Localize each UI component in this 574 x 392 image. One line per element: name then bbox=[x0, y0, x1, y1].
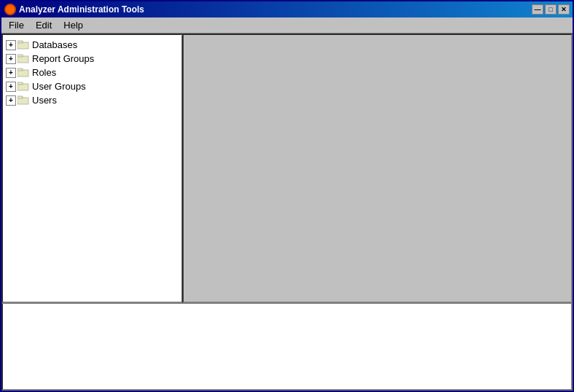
expand-user-groups[interactable]: + bbox=[6, 82, 16, 92]
tree-item-databases[interactable]: + Databases bbox=[3, 38, 181, 52]
minimize-button[interactable]: — bbox=[532, 4, 543, 15]
main-area: + Databases + bbox=[1, 34, 573, 391]
label-report-groups: Report Groups bbox=[32, 53, 94, 64]
top-panels: + Databases + bbox=[1, 34, 573, 303]
right-panel bbox=[182, 34, 573, 303]
svg-rect-6 bbox=[17, 84, 28, 90]
svg-rect-7 bbox=[17, 82, 23, 85]
tree-item-report-groups[interactable]: + Report Groups bbox=[3, 52, 181, 66]
expand-users[interactable]: + bbox=[6, 95, 16, 106]
svg-rect-9 bbox=[17, 96, 23, 98]
tree-item-user-groups[interactable]: + User Groups bbox=[3, 79, 181, 93]
menu-edit[interactable]: Edit bbox=[30, 18, 58, 32]
folder-icon-users bbox=[17, 95, 29, 105]
close-button[interactable]: ✕ bbox=[558, 4, 570, 15]
expand-roles[interactable]: + bbox=[6, 68, 16, 78]
tree-panel: + Databases + bbox=[1, 34, 182, 303]
main-window: Analyzer Administration Tools — □ ✕ File… bbox=[0, 0, 574, 392]
maximize-button[interactable]: □ bbox=[545, 4, 557, 15]
tree-item-users[interactable]: + Users bbox=[3, 93, 181, 107]
svg-rect-8 bbox=[17, 98, 28, 104]
svg-rect-5 bbox=[17, 68, 23, 71]
tree-item-roles[interactable]: + Roles bbox=[3, 66, 181, 79]
svg-rect-1 bbox=[17, 41, 23, 43]
label-roles: Roles bbox=[32, 67, 56, 78]
menu-bar: File Edit Help bbox=[1, 17, 573, 34]
title-bar: Analyzer Administration Tools — □ ✕ bbox=[1, 1, 573, 17]
window-title: Analyzer Administration Tools bbox=[19, 4, 532, 15]
svg-rect-2 bbox=[17, 56, 28, 63]
window-controls: — □ ✕ bbox=[532, 4, 570, 15]
svg-rect-3 bbox=[17, 55, 23, 57]
folder-icon-roles bbox=[17, 68, 29, 77]
app-icon bbox=[4, 4, 16, 15]
folder-icon-user-groups bbox=[17, 82, 29, 91]
bottom-panel bbox=[1, 303, 573, 391]
menu-file[interactable]: File bbox=[3, 18, 30, 32]
svg-rect-4 bbox=[17, 70, 28, 77]
label-databases: Databases bbox=[32, 39, 77, 50]
svg-rect-0 bbox=[17, 42, 28, 49]
menu-help[interactable]: Help bbox=[58, 18, 89, 32]
expand-report-groups[interactable]: + bbox=[6, 54, 16, 64]
folder-icon-databases bbox=[17, 40, 29, 50]
label-user-groups: User Groups bbox=[32, 81, 86, 92]
label-users: Users bbox=[32, 95, 57, 106]
expand-databases[interactable]: + bbox=[6, 40, 16, 50]
folder-icon-report-groups bbox=[17, 54, 29, 63]
